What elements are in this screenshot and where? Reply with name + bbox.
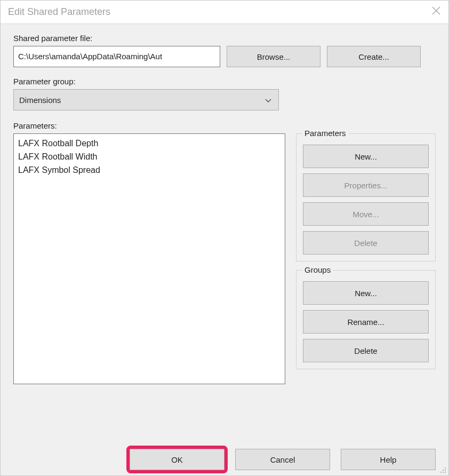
- parameters-legend: Parameters: [302, 129, 349, 138]
- parameter-group-label: Parameter group:: [13, 77, 436, 86]
- groups-legend: Groups: [302, 265, 333, 274]
- parameters-groupbox: Parameters New... Properties... Move... …: [296, 133, 436, 261]
- svg-point-3: [443, 470, 444, 471]
- help-button[interactable]: Help: [341, 449, 436, 470]
- ok-button[interactable]: OK: [130, 449, 224, 470]
- close-icon[interactable]: [431, 6, 441, 17]
- param-properties-button: Properties...: [303, 173, 429, 197]
- dialog-button-row: OK Cancel Help: [13, 449, 436, 470]
- svg-point-6: [443, 472, 444, 473]
- list-item[interactable]: LAFX Rootball Width: [18, 150, 280, 164]
- shared-file-input[interactable]: C:\Users\amanda\AppData\Roaming\Aut: [13, 46, 220, 67]
- title-bar: Edit Shared Parameters: [1, 1, 448, 24]
- chevron-down-icon: [264, 98, 272, 104]
- group-rename-button[interactable]: Rename...: [303, 310, 429, 334]
- svg-point-7: [445, 472, 446, 473]
- param-new-button[interactable]: New...: [303, 145, 429, 168]
- window-title: Edit Shared Parameters: [8, 6, 110, 18]
- param-delete-button: Delete: [303, 231, 429, 255]
- parameters-listbox[interactable]: LAFX Rootball Depth LAFX Rootball Width …: [13, 133, 285, 384]
- resize-grip-icon[interactable]: [439, 466, 446, 473]
- main-row: LAFX Rootball Depth LAFX Rootball Width …: [13, 133, 436, 441]
- dialog-content: Shared parameter file: C:\Users\amanda\A…: [1, 24, 448, 475]
- svg-point-5: [440, 472, 442, 473]
- svg-point-2: [445, 467, 446, 469]
- file-row: C:\Users\amanda\AppData\Roaming\Aut Brow…: [13, 46, 436, 67]
- list-item[interactable]: LAFX Rootball Depth: [18, 137, 280, 150]
- create-button[interactable]: Create...: [327, 46, 421, 67]
- side-column: Parameters New... Properties... Move... …: [296, 133, 436, 441]
- svg-point-4: [445, 470, 446, 471]
- parameter-group-value: Dimensions: [19, 96, 61, 105]
- browse-button[interactable]: Browse...: [227, 46, 320, 67]
- parameters-label: Parameters:: [13, 121, 436, 130]
- param-move-button: Move...: [303, 202, 429, 226]
- group-new-button[interactable]: New...: [303, 281, 429, 305]
- groups-groupbox: Groups New... Rename... Delete: [296, 270, 436, 369]
- list-item[interactable]: LAFX Symbol Spread: [18, 164, 280, 177]
- shared-file-label: Shared parameter file:: [13, 34, 436, 43]
- parameter-group-select[interactable]: Dimensions: [13, 89, 279, 110]
- cancel-button[interactable]: Cancel: [235, 449, 330, 470]
- dialog-window: Edit Shared Parameters Shared parameter …: [0, 0, 449, 476]
- group-delete-button[interactable]: Delete: [303, 339, 429, 362]
